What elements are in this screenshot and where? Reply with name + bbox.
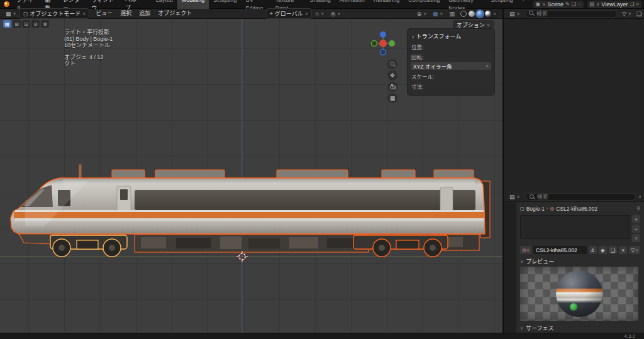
material-slot-list[interactable]: [520, 215, 630, 239]
pin-icon[interactable]: ⚲: [636, 206, 640, 211]
unlink-scene-icon[interactable]: ×: [578, 1, 581, 7]
shading-material-button[interactable]: [477, 11, 483, 17]
properties-editor: ▤∨ ∨ ◻ Bogie-1 › ◍ CSL2-kiha85.002 ⚲ + −: [504, 192, 644, 333]
material-icon: ◍: [550, 206, 554, 211]
proportional-icon: ◎: [330, 11, 335, 17]
outliner-search-input[interactable]: [536, 11, 613, 17]
surface-panel-header[interactable]: ∨サーフェス: [520, 324, 640, 332]
outliner-display-mode[interactable]: ▤∨: [506, 10, 523, 18]
material-datablock-row: ◍∨ CSL2-kiha85.002 4 ◈ ❏ × ▽∨: [520, 246, 640, 254]
preview-panel-header[interactable]: ∨プレビュー: [520, 257, 640, 265]
unlink-material-button[interactable]: ×: [619, 246, 627, 254]
select-mode-extend-button[interactable]: ⊞: [13, 20, 21, 28]
scene-selector[interactable]: ▣∨ Scene ✎ ❏ ×: [533, 1, 584, 8]
select-mode-invert-button[interactable]: ⊘: [31, 20, 40, 28]
orange-stripe: [14, 212, 484, 218]
outliner-search[interactable]: [525, 10, 617, 18]
gizmo-y-axis: [389, 40, 395, 47]
dimensions-label: 寸法:: [411, 82, 491, 90]
scene-name[interactable]: Scene: [548, 1, 564, 8]
snap-toggle[interactable]: ∩∨: [312, 10, 328, 18]
gizmo-icon: ⊕: [417, 11, 422, 17]
new-material-button[interactable]: ❏: [609, 246, 618, 254]
remove-slot-button[interactable]: −: [632, 225, 640, 233]
browse-material-button[interactable]: ◍∨: [520, 246, 531, 254]
select-mode-settings: ▦⊞⊟⊘⊗: [3, 20, 49, 28]
camera-view-icon[interactable]: [387, 82, 397, 92]
properties-search-input[interactable]: [537, 194, 632, 200]
viewport-menus: ビュー選択追加オブジェクト: [92, 9, 196, 18]
panel-title[interactable]: ∨ トランスフォーム: [411, 32, 491, 40]
add-slot-button[interactable]: +: [632, 215, 640, 223]
mode-dropdown[interactable]: ◻オブジェクトモード∨: [19, 8, 90, 19]
lower-body: [15, 218, 484, 221]
shading-wireframe-button[interactable]: [460, 11, 467, 17]
navigation-gizmo[interactable]: [370, 30, 396, 57]
viewport-menu-選択[interactable]: 選択: [116, 9, 135, 18]
outliner-header: ▤∨ ▽∨ ❑: [504, 9, 644, 19]
viewport-3d[interactable]: ▦⊞⊟⊘⊗ ライト・平行投影 (81) Body | Bogie-1 10センチ…: [0, 19, 502, 339]
properties-tab-strip: [504, 202, 516, 333]
roof-equipment: [112, 170, 474, 178]
outliner-filter-button[interactable]: ▽∨: [619, 10, 635, 18]
shading-solid-button[interactable]: [469, 11, 475, 17]
select-mode-subtract-button[interactable]: ⊟: [22, 20, 30, 28]
properties-editor-type[interactable]: ▤∨: [506, 193, 523, 201]
breadcrumb-material[interactable]: CSL2-kiha85.002: [556, 206, 597, 212]
properties-editor-icon: ▤: [509, 194, 515, 200]
ortho-grid-icon[interactable]: ▦: [387, 93, 397, 103]
train-model[interactable]: [11, 165, 490, 257]
scale-label: スケール:: [411, 72, 491, 80]
status-bar: 4.3.2: [0, 333, 644, 339]
roof-antenna: [79, 165, 81, 178]
viewport-header: ▦∨ ◻オブジェクトモード∨ ビュー選択追加オブジェクト ⌖グローバル∨ ∩∨ …: [0, 9, 502, 19]
viewport-menu-オブジェクト[interactable]: オブジェクト: [154, 9, 196, 18]
object-mode-icon: ◻: [23, 11, 28, 17]
shading-rendered-button[interactable]: [485, 11, 491, 17]
zoom-tool-icon[interactable]: [387, 59, 397, 69]
bogie-front[interactable]: [50, 235, 127, 257]
overlays-dropdown[interactable]: ◍∨: [430, 10, 446, 18]
proportional-editing-toggle[interactable]: ◎∨: [327, 10, 343, 18]
new-scene-icon[interactable]: ❏: [572, 1, 576, 7]
transform-orientation-dropdown[interactable]: ⌖グローバル∨: [266, 8, 312, 19]
active-context: (81) Body | Bogie-1: [64, 36, 113, 43]
editor-type-button[interactable]: ▦∨: [3, 10, 19, 18]
material-preview: [520, 267, 638, 321]
viewlayer-name[interactable]: ViewLayer: [601, 1, 628, 8]
roof-sheen: [63, 179, 475, 184]
fake-user-shield-icon[interactable]: ◈: [599, 246, 607, 254]
xray-toggle[interactable]: ▥: [446, 10, 458, 18]
bogie-rear[interactable]: [353, 235, 448, 257]
white-stripe: [15, 210, 484, 213]
viewport-menu-ビュー[interactable]: ビュー: [92, 9, 116, 18]
show-gizmo-dropdown[interactable]: ⊕∨: [414, 10, 430, 18]
select-mode-new-button[interactable]: ▦: [3, 20, 11, 28]
properties-search[interactable]: [526, 193, 636, 201]
properties-content: ◻ Bogie-1 › ◍ CSL2-kiha85.002 ⚲ + − ∨ ◍∨…: [516, 202, 644, 333]
viewport-menu-追加[interactable]: 追加: [135, 9, 154, 18]
blender-logo-icon[interactable]: [4, 1, 9, 7]
new-viewlayer-icon[interactable]: ❏: [630, 1, 634, 7]
breadcrumb-object[interactable]: Bogie-1: [526, 206, 545, 212]
view-name: ライト・平行投影: [64, 29, 113, 36]
transform-panel: ∨ トランスフォーム 位置: 回転: XYZ オイラー角∨ スケール: 寸法:: [408, 29, 494, 95]
topbar: ファイル編集レンダーウィンドウヘルプ LayoutModelingSculpti…: [0, 0, 644, 9]
slot-specials-button[interactable]: ∨: [632, 234, 640, 242]
orientation-icon: ⌖: [270, 10, 273, 17]
options-dropdown[interactable]: オプション∨: [453, 20, 494, 30]
rotation-mode-dropdown[interactable]: XYZ オイラー角∨: [411, 62, 491, 70]
scene-icon: ▣: [536, 1, 541, 7]
viewlayer-selector[interactable]: ▧∨ ViewLayer ❏ ×: [587, 1, 641, 8]
new-collection-button[interactable]: ❑: [636, 11, 641, 17]
blender-window: ファイル編集レンダーウィンドウヘルプ LayoutModelingSculpti…: [0, 0, 644, 339]
grid-scale: 10センチメートル: [64, 42, 113, 49]
select-mode-intersect-button[interactable]: ⊗: [41, 20, 49, 28]
front-door-window: [120, 189, 128, 200]
remove-viewlayer-icon[interactable]: ×: [636, 1, 639, 7]
material-users-count[interactable]: 4: [589, 246, 597, 254]
properties-options-icon[interactable]: ∨: [638, 194, 641, 199]
material-filter-button[interactable]: ▽∨: [629, 246, 640, 254]
pan-hand-icon[interactable]: ✥: [387, 70, 397, 81]
material-name-field[interactable]: CSL2-kiha85.002: [533, 246, 587, 254]
